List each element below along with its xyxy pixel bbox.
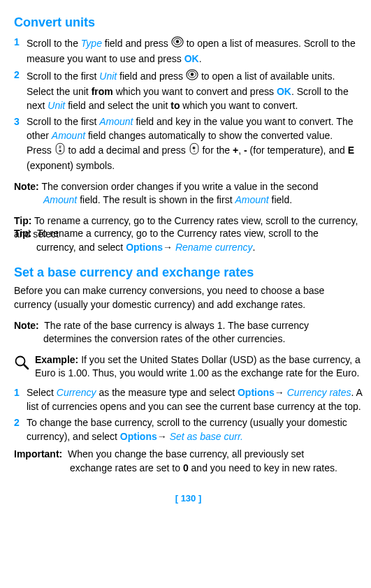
step-number: 3: [14, 115, 27, 172]
star-key-icon: ✱+: [189, 142, 200, 159]
rename-currency-option: Rename currency: [175, 242, 253, 253]
svg-point-2: [176, 40, 180, 43]
step-2: 2 Scroll to the first Unit field and pre…: [14, 68, 363, 112]
arrow-icon: →: [163, 242, 175, 253]
exponent-symbol: E: [348, 145, 354, 156]
step-content: Scroll to the Type field and press to op…: [27, 36, 363, 66]
magnifier-icon: [14, 353, 31, 381]
step-number: 1: [14, 386, 27, 413]
text: Scroll to the: [27, 38, 81, 49]
options-text: Options: [120, 431, 157, 442]
example-content: Example: If you set the United States Do…: [35, 353, 363, 381]
example-block: Example: If you set the United States Do…: [14, 353, 363, 381]
text: .: [252, 242, 255, 253]
intro-text: Before you can make currency conversions…: [14, 284, 363, 311]
step-1: 1 Scroll to the Type field and press to …: [14, 36, 363, 66]
currency-option: Currency: [57, 387, 96, 398]
text: field and press: [117, 71, 186, 82]
important-label: Important:: [14, 448, 62, 460]
field-type: Type: [81, 38, 102, 49]
step-number: 2: [14, 416, 27, 443]
step-b1: 1 Select Currency as the measure type an…: [14, 386, 363, 413]
step-content: Scroll to the first Amount field and key…: [27, 115, 363, 172]
text: ,: [238, 145, 244, 156]
select-button-icon: [186, 68, 198, 85]
text: The conversion order changes if you writ…: [39, 181, 319, 192]
heading-convert-units: Convert units: [14, 14, 363, 31]
field-amount: Amount: [43, 194, 77, 205]
text: field. The result is shown in the first: [77, 194, 235, 205]
select-button-icon: [171, 36, 184, 52]
page-number: [ 130 ]: [14, 492, 363, 505]
text: which you want to convert and press: [113, 86, 277, 97]
field-unit: Unit: [48, 100, 65, 111]
arrow-icon: →: [157, 431, 170, 442]
svg-text:#: #: [59, 145, 61, 149]
example-label: Example:: [35, 354, 78, 365]
text: and you need to key in new rates.: [189, 462, 337, 473]
bold-from: from: [92, 86, 113, 97]
text: If you set the United States Dollar (USD…: [35, 354, 361, 379]
text: Press: [27, 145, 54, 156]
note-base-rate: Note: The rate of the base currency is a…: [14, 319, 363, 346]
svg-text:+: +: [193, 150, 195, 154]
options-text: Options: [238, 387, 275, 398]
set-base-curr-option: Set as base curr.: [170, 431, 243, 442]
step-b2: 2 To change the base currency, scroll to…: [14, 416, 363, 443]
text: to add a decimal and press: [66, 145, 189, 156]
bold-to: to: [170, 100, 180, 111]
arrow-icon: →: [275, 387, 287, 398]
note-label: Note:: [14, 181, 39, 192]
options-text: Options: [126, 242, 163, 253]
tip-label: Tip:: [14, 215, 31, 226]
step-number: 1: [14, 36, 27, 66]
ok-text: OK: [184, 53, 199, 64]
step-content: To change the base currency, scroll to t…: [27, 416, 363, 443]
text: Select: [27, 387, 57, 398]
step-3: 3 Scroll to the first Amount field and k…: [14, 115, 363, 172]
currency-rates-option: Currency rates: [287, 387, 351, 398]
text: (for temperature), and: [247, 145, 348, 156]
text: Scroll to the first: [27, 71, 99, 82]
text: .: [199, 53, 202, 64]
plus-symbol: +: [233, 145, 238, 156]
text: as the measure type and select: [96, 387, 238, 398]
svg-point-5: [191, 73, 194, 77]
field-unit: Unit: [99, 71, 117, 82]
important-block: Important: When you change the base curr…: [14, 448, 363, 475]
heading-base-currency: Set a base currency and exchange rates: [14, 264, 363, 281]
text: for the: [200, 145, 233, 156]
text: Scroll to the first: [27, 116, 99, 127]
ok-text: OK: [277, 86, 291, 97]
pound-key-icon: #✱: [54, 142, 66, 159]
step-number: 2: [14, 68, 27, 112]
field-amount: Amount: [52, 130, 85, 141]
text: field changes automatically to show the …: [85, 130, 333, 141]
text: field and select the unit: [65, 100, 170, 111]
note-conversion-order: Note: The conversion order changes if yo…: [14, 180, 363, 207]
text: field and press: [102, 38, 171, 49]
field-amount: Amount: [99, 116, 133, 127]
tip-label: Tip:: [14, 228, 31, 239]
svg-text:✱: ✱: [59, 150, 61, 154]
text: which you want to convert.: [180, 100, 298, 111]
tip-rename-currency-full: Tip: To rename a currency, go to the Cur…: [14, 227, 363, 254]
note-label: Note:: [14, 320, 39, 331]
step-content: Select Currency as the measure type and …: [27, 386, 363, 413]
step-content: Scroll to the first Unit field and press…: [27, 68, 363, 112]
field-amount: Amount: [235, 194, 268, 205]
svg-line-13: [24, 365, 28, 369]
text: field.: [269, 194, 292, 205]
zero-value: 0: [183, 462, 189, 473]
text: (exponent) symbols.: [27, 160, 115, 171]
